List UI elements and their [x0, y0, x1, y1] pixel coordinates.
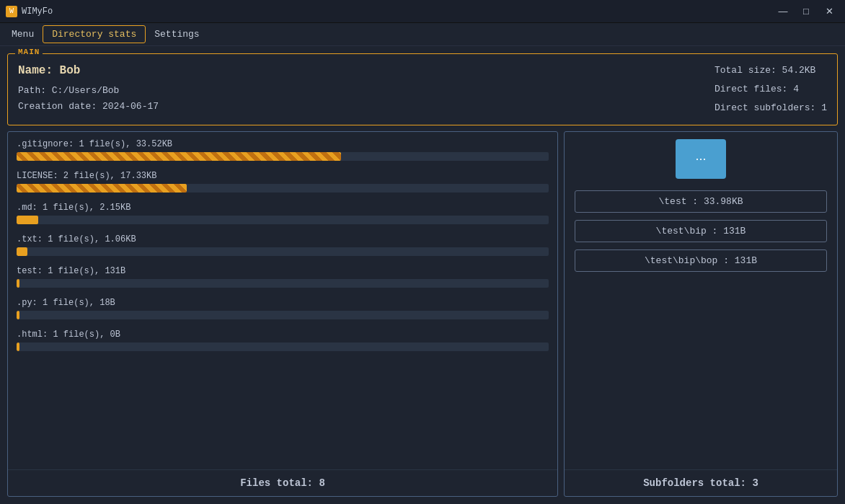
file-label: .txt: 1 file(s), 1.06KB	[17, 234, 549, 244]
maximize-button[interactable]: □	[796, 4, 816, 19]
file-row: .html: 1 file(s), 0B	[17, 330, 549, 351]
menu-item-menu[interactable]: Menu	[3, 26, 43, 43]
folder-item[interactable]: \test\bip : 131B	[575, 220, 827, 242]
bar-fill	[17, 152, 341, 161]
folders-section: FOLDERS ···\test : 33.98KB\test\bip : 13…	[564, 131, 838, 497]
minimize-button[interactable]: —	[773, 4, 793, 19]
main-total-size: Total size: 54.2KB	[715, 61, 827, 80]
bar-track	[17, 184, 549, 193]
content-area: MAIN Name: Bob Path: C:/Users/Bob Creati…	[0, 46, 845, 504]
bar-fill	[17, 342, 19, 351]
main-section: MAIN Name: Bob Path: C:/Users/Bob Creati…	[7, 53, 838, 125]
folder-item[interactable]: \test\bip\bop : 131B	[575, 249, 827, 272]
menubar: Menu Directory stats Settings	[0, 23, 845, 46]
app-title: WIMyFo	[22, 6, 53, 17]
main-left: Name: Bob Path: C:/Users/Bob Creation da…	[18, 64, 159, 115]
main-direct-subfolders: Direct subfolders: 1	[715, 99, 827, 118]
menu-item-directory-stats[interactable]: Directory stats	[43, 25, 146, 43]
file-row: .gitignore: 1 file(s), 33.52KB	[17, 139, 549, 161]
bar-track	[17, 216, 549, 224]
bar-track	[17, 247, 549, 256]
files-content[interactable]: .gitignore: 1 file(s), 33.52KBLICENSE: 2…	[8, 132, 557, 469]
app-icon: W	[6, 6, 17, 17]
file-label: LICENSE: 2 file(s), 17.33KB	[17, 171, 549, 181]
panels: FILES .gitignore: 1 file(s), 33.52KBLICE…	[7, 131, 838, 497]
file-row: LICENSE: 2 file(s), 17.33KB	[17, 171, 549, 193]
bar-fill	[17, 216, 38, 224]
titlebar-left: W WIMyFo	[6, 6, 53, 17]
file-label: .py: 1 file(s), 18B	[17, 298, 549, 308]
close-button[interactable]: ✕	[819, 4, 839, 19]
menu-item-settings[interactable]: Settings	[146, 26, 208, 43]
folder-item[interactable]: \test : 33.98KB	[575, 190, 827, 213]
main-creation: Creation date: 2024-06-17	[18, 99, 159, 115]
bar-fill	[17, 311, 19, 319]
titlebar: W WIMyFo — □ ✕	[0, 0, 845, 23]
bar-track	[17, 152, 549, 161]
files-section-label: FILES	[15, 131, 48, 134]
folders-footer: Subfolders total: 3	[565, 469, 837, 496]
file-row: test: 1 file(s), 131B	[17, 266, 549, 288]
bar-track	[17, 279, 549, 288]
file-label: .md: 1 file(s), 2.15KB	[17, 203, 549, 213]
main-right: Total size: 54.2KB Direct files: 4 Direc…	[715, 61, 827, 118]
file-row: .txt: 1 file(s), 1.06KB	[17, 234, 549, 256]
bar-fill	[17, 247, 27, 256]
main-section-label: MAIN	[15, 48, 43, 56]
folders-content[interactable]: ···\test : 33.98KB\test\bip : 131B\test\…	[565, 132, 837, 469]
files-footer: Files total: 8	[8, 469, 557, 496]
main-direct-files: Direct files: 4	[715, 80, 827, 99]
file-label: test: 1 file(s), 131B	[17, 266, 549, 276]
files-section: FILES .gitignore: 1 file(s), 33.52KBLICE…	[7, 131, 558, 497]
folder-icon-button[interactable]: ···	[676, 139, 726, 179]
bar-fill	[17, 184, 187, 193]
bar-track	[17, 342, 549, 351]
titlebar-controls: — □ ✕	[773, 4, 839, 19]
file-row: .md: 1 file(s), 2.15KB	[17, 203, 549, 224]
bar-fill	[17, 279, 19, 288]
file-label: .html: 1 file(s), 0B	[17, 330, 549, 340]
bar-track	[17, 311, 549, 319]
main-name: Name: Bob	[18, 64, 159, 77]
file-row: .py: 1 file(s), 18B	[17, 298, 549, 319]
file-label: .gitignore: 1 file(s), 33.52KB	[17, 139, 549, 149]
folders-section-label: FOLDERS	[572, 131, 616, 134]
main-path: Path: C:/Users/Bob	[18, 83, 159, 99]
main-inner: Name: Bob Path: C:/Users/Bob Creation da…	[18, 61, 827, 118]
